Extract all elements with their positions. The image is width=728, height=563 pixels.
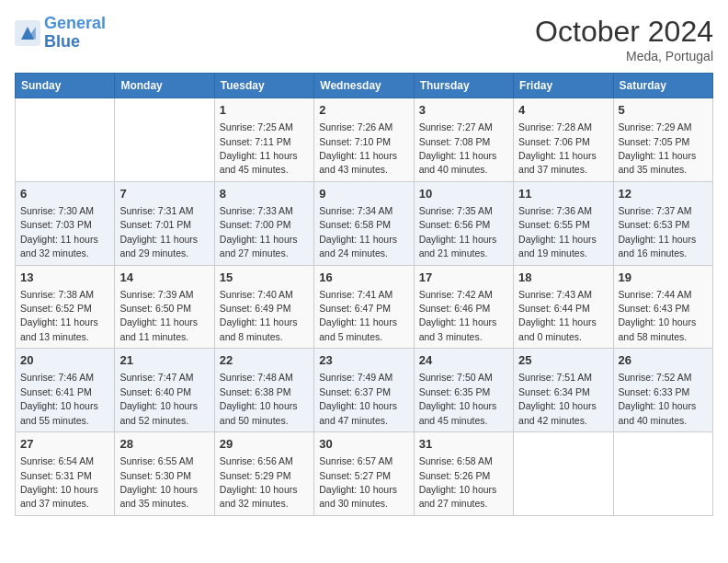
day-cell: 26Sunrise: 7:52 AM Sunset: 6:33 PM Dayli… xyxy=(613,349,712,432)
day-cell: 10Sunrise: 7:35 AM Sunset: 6:56 PM Dayli… xyxy=(414,181,513,265)
day-number: 26 xyxy=(619,352,708,369)
day-info: Sunrise: 7:36 AM Sunset: 6:55 PM Dayligh… xyxy=(518,205,597,259)
day-number: 29 xyxy=(220,436,309,453)
logo-icon xyxy=(15,20,40,46)
day-number: 9 xyxy=(319,186,408,202)
day-info: Sunrise: 7:39 AM Sunset: 6:50 PM Dayligh… xyxy=(119,289,198,342)
day-info: Sunrise: 7:34 AM Sunset: 6:58 PM Dayligh… xyxy=(319,205,397,259)
day-cell: 2Sunrise: 7:26 AM Sunset: 7:10 PM Daylig… xyxy=(314,98,414,182)
day-number: 14 xyxy=(119,270,209,286)
day-info: Sunrise: 7:40 AM Sunset: 6:49 PM Dayligh… xyxy=(220,289,298,342)
header-day-saturday: Saturday xyxy=(613,74,712,98)
header-day-sunday: Sunday xyxy=(16,74,115,98)
day-number: 28 xyxy=(119,436,209,453)
day-info: Sunrise: 7:28 AM Sunset: 7:06 PM Dayligh… xyxy=(518,121,597,175)
logo: General Blue xyxy=(15,15,106,52)
day-cell: 25Sunrise: 7:51 AM Sunset: 6:34 PM Dayli… xyxy=(514,349,613,432)
month-title: October 2024 xyxy=(535,15,713,49)
week-row-2: 6Sunrise: 7:30 AM Sunset: 7:03 PM Daylig… xyxy=(16,181,713,265)
day-cell: 31Sunrise: 6:58 AM Sunset: 5:26 PM Dayli… xyxy=(414,432,513,516)
day-info: Sunrise: 7:52 AM Sunset: 6:33 PM Dayligh… xyxy=(619,372,697,425)
day-number: 25 xyxy=(518,352,608,369)
day-number: 23 xyxy=(319,352,408,369)
header-day-monday: Monday xyxy=(115,74,214,98)
day-number: 19 xyxy=(619,270,708,286)
day-info: Sunrise: 7:25 AM Sunset: 7:11 PM Dayligh… xyxy=(220,121,298,175)
day-cell: 28Sunrise: 6:55 AM Sunset: 5:30 PM Dayli… xyxy=(115,432,214,516)
header-day-wednesday: Wednesday xyxy=(314,74,414,98)
day-cell: 29Sunrise: 6:56 AM Sunset: 5:29 PM Dayli… xyxy=(214,432,313,516)
day-number: 8 xyxy=(220,186,309,202)
day-number: 1 xyxy=(220,102,309,119)
day-cell: 23Sunrise: 7:49 AM Sunset: 6:37 PM Dayli… xyxy=(314,349,414,432)
day-number: 6 xyxy=(20,186,109,202)
day-cell: 18Sunrise: 7:43 AM Sunset: 6:44 PM Dayli… xyxy=(514,265,613,349)
day-cell: 14Sunrise: 7:39 AM Sunset: 6:50 PM Dayli… xyxy=(115,265,214,349)
day-number: 16 xyxy=(319,270,408,286)
day-cell: 15Sunrise: 7:40 AM Sunset: 6:49 PM Dayli… xyxy=(214,265,313,349)
day-number: 5 xyxy=(619,102,708,119)
day-info: Sunrise: 7:46 AM Sunset: 6:41 PM Dayligh… xyxy=(20,372,98,425)
day-cell: 3Sunrise: 7:27 AM Sunset: 7:08 PM Daylig… xyxy=(414,98,513,182)
day-info: Sunrise: 7:43 AM Sunset: 6:44 PM Dayligh… xyxy=(518,289,597,342)
day-cell: 24Sunrise: 7:50 AM Sunset: 6:35 PM Dayli… xyxy=(414,349,513,432)
day-number: 21 xyxy=(119,352,209,369)
day-number: 18 xyxy=(518,270,608,286)
day-cell: 11Sunrise: 7:36 AM Sunset: 6:55 PM Dayli… xyxy=(514,181,613,265)
day-info: Sunrise: 7:47 AM Sunset: 6:40 PM Dayligh… xyxy=(119,372,198,425)
day-number: 15 xyxy=(220,270,309,286)
header-day-tuesday: Tuesday xyxy=(214,74,313,98)
day-info: Sunrise: 7:35 AM Sunset: 6:56 PM Dayligh… xyxy=(419,205,497,259)
location-subtitle: Meda, Portugal xyxy=(535,49,713,63)
day-cell xyxy=(16,98,115,182)
day-info: Sunrise: 6:57 AM Sunset: 5:27 PM Dayligh… xyxy=(319,455,397,509)
day-cell xyxy=(115,98,214,182)
day-number: 11 xyxy=(518,186,608,202)
day-cell: 4Sunrise: 7:28 AM Sunset: 7:06 PM Daylig… xyxy=(514,98,613,182)
week-row-5: 27Sunrise: 6:54 AM Sunset: 5:31 PM Dayli… xyxy=(16,432,713,516)
day-info: Sunrise: 7:41 AM Sunset: 6:47 PM Dayligh… xyxy=(319,289,397,342)
day-number: 12 xyxy=(619,186,708,202)
title-block: October 2024 Meda, Portugal xyxy=(535,15,713,63)
day-number: 13 xyxy=(20,270,109,286)
day-cell: 27Sunrise: 6:54 AM Sunset: 5:31 PM Dayli… xyxy=(16,432,115,516)
day-info: Sunrise: 6:56 AM Sunset: 5:29 PM Dayligh… xyxy=(220,455,298,509)
day-info: Sunrise: 7:30 AM Sunset: 7:03 PM Dayligh… xyxy=(20,205,98,259)
calendar-header: SundayMondayTuesdayWednesdayThursdayFrid… xyxy=(16,74,713,98)
day-number: 4 xyxy=(518,102,608,119)
day-number: 3 xyxy=(419,102,508,119)
day-cell: 21Sunrise: 7:47 AM Sunset: 6:40 PM Dayli… xyxy=(115,349,214,432)
day-cell: 30Sunrise: 6:57 AM Sunset: 5:27 PM Dayli… xyxy=(314,432,414,516)
day-info: Sunrise: 7:48 AM Sunset: 6:38 PM Dayligh… xyxy=(220,372,298,425)
day-number: 31 xyxy=(419,436,508,453)
day-info: Sunrise: 7:31 AM Sunset: 7:01 PM Dayligh… xyxy=(119,205,198,259)
day-cell: 20Sunrise: 7:46 AM Sunset: 6:41 PM Dayli… xyxy=(16,349,115,432)
day-cell: 19Sunrise: 7:44 AM Sunset: 6:43 PM Dayli… xyxy=(613,265,712,349)
day-info: Sunrise: 7:26 AM Sunset: 7:10 PM Dayligh… xyxy=(319,121,397,175)
day-info: Sunrise: 7:50 AM Sunset: 6:35 PM Dayligh… xyxy=(419,372,497,425)
day-cell: 22Sunrise: 7:48 AM Sunset: 6:38 PM Dayli… xyxy=(214,349,313,432)
day-number: 2 xyxy=(319,102,408,119)
calendar-table: SundayMondayTuesdayWednesdayThursdayFrid… xyxy=(15,73,713,516)
logo-line1: General xyxy=(44,14,106,32)
day-info: Sunrise: 7:44 AM Sunset: 6:43 PM Dayligh… xyxy=(619,289,697,342)
page-header: General Blue October 2024 Meda, Portugal xyxy=(15,15,713,63)
day-info: Sunrise: 6:54 AM Sunset: 5:31 PM Dayligh… xyxy=(20,455,98,509)
day-info: Sunrise: 6:58 AM Sunset: 5:26 PM Dayligh… xyxy=(419,455,497,509)
week-row-3: 13Sunrise: 7:38 AM Sunset: 6:52 PM Dayli… xyxy=(16,265,713,349)
day-cell: 5Sunrise: 7:29 AM Sunset: 7:05 PM Daylig… xyxy=(613,98,712,182)
day-number: 17 xyxy=(419,270,508,286)
day-info: Sunrise: 6:55 AM Sunset: 5:30 PM Dayligh… xyxy=(119,455,198,509)
day-cell: 12Sunrise: 7:37 AM Sunset: 6:53 PM Dayli… xyxy=(613,181,712,265)
day-cell xyxy=(514,432,613,516)
header-row: SundayMondayTuesdayWednesdayThursdayFrid… xyxy=(16,74,713,98)
day-info: Sunrise: 7:51 AM Sunset: 6:34 PM Dayligh… xyxy=(518,372,597,425)
logo-line2: Blue xyxy=(44,32,80,51)
logo-text: General Blue xyxy=(44,15,106,52)
day-number: 20 xyxy=(20,352,109,369)
calendar-body: 1Sunrise: 7:25 AM Sunset: 7:11 PM Daylig… xyxy=(16,98,713,516)
day-number: 10 xyxy=(419,186,508,202)
day-cell: 17Sunrise: 7:42 AM Sunset: 6:46 PM Dayli… xyxy=(414,265,513,349)
day-number: 30 xyxy=(319,436,408,453)
day-cell: 1Sunrise: 7:25 AM Sunset: 7:11 PM Daylig… xyxy=(214,98,313,182)
